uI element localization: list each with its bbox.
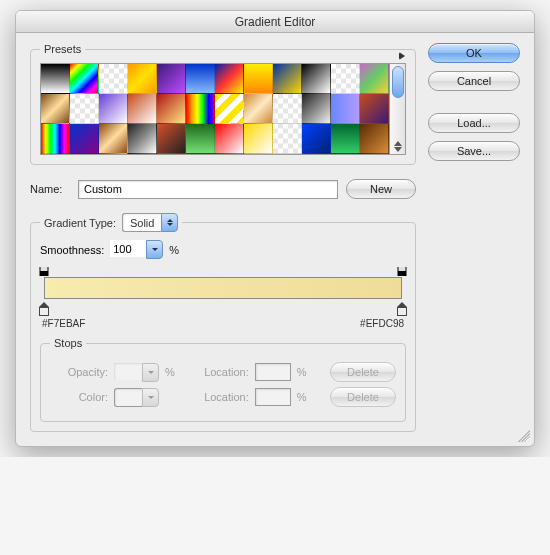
gradient-bar[interactable] (44, 277, 402, 299)
preset-swatch[interactable] (186, 64, 215, 94)
gradient-editor-window: Gradient Editor Presets (15, 10, 535, 447)
color-input-wrap (114, 388, 159, 407)
location2-input (255, 388, 291, 406)
save-button[interactable]: Save... (428, 141, 520, 161)
color-label: Color: (50, 391, 108, 403)
preset-swatch[interactable] (41, 94, 70, 124)
preset-swatch[interactable] (360, 94, 389, 124)
preset-swatch[interactable] (157, 124, 186, 154)
preset-swatch[interactable] (128, 124, 157, 154)
gradient-type-fieldset: Gradient Type: Solid Smoothness: (30, 213, 416, 432)
preset-swatch[interactable] (273, 64, 302, 94)
smoothness-input-wrap[interactable] (110, 240, 163, 259)
left-hex-label: #F7EBAF (42, 318, 85, 329)
preset-swatch[interactable] (128, 94, 157, 124)
opacity-label: Opacity: (50, 366, 108, 378)
color-stop-track[interactable] (44, 300, 402, 316)
preset-swatch[interactable] (157, 64, 186, 94)
window-title: Gradient Editor (235, 15, 316, 29)
location1-input (255, 363, 291, 381)
presets-fieldset: Presets (30, 43, 416, 165)
color-stop-right[interactable] (397, 303, 407, 316)
opacity-stop-right[interactable] (398, 267, 407, 276)
presets-grid[interactable] (40, 63, 390, 155)
gradient-type-value: Solid (122, 213, 161, 232)
scroll-down-icon[interactable] (394, 147, 402, 152)
preset-swatch[interactable] (331, 64, 360, 94)
opacity-input-wrap (114, 363, 159, 382)
preset-swatch[interactable] (157, 94, 186, 124)
smoothness-dropdown-icon[interactable] (146, 240, 163, 259)
scroll-thumb[interactable] (392, 66, 404, 98)
opacity-stop-track[interactable] (44, 267, 402, 277)
preset-swatch[interactable] (70, 94, 99, 124)
presets-flyout-icon[interactable] (399, 52, 405, 60)
preset-swatch[interactable] (244, 94, 273, 124)
preset-swatch[interactable] (215, 64, 244, 94)
right-hex-label: #EFDC98 (360, 318, 404, 329)
location1-label: Location: (191, 366, 249, 378)
name-label: Name: (30, 183, 70, 195)
stepper-icon (161, 213, 178, 232)
preset-swatch[interactable] (70, 124, 99, 154)
preset-swatch[interactable] (302, 64, 331, 94)
stops-fieldset: Stops Opacity: % Location: % Delete (40, 337, 406, 422)
preset-swatch[interactable] (215, 94, 244, 124)
preset-swatch[interactable] (273, 94, 302, 124)
preset-swatch[interactable] (302, 94, 331, 124)
preset-swatch[interactable] (99, 94, 128, 124)
name-input[interactable] (78, 180, 338, 199)
opacity-dropdown-icon (142, 363, 159, 382)
preset-swatch[interactable] (186, 94, 215, 124)
gradient-type-select[interactable]: Solid (122, 213, 178, 232)
smoothness-input[interactable] (110, 240, 146, 257)
preset-swatch[interactable] (331, 94, 360, 124)
location2-label: Location: (191, 391, 249, 403)
preset-swatch[interactable] (99, 64, 128, 94)
delete-color-stop-button: Delete (330, 387, 396, 407)
preset-swatch[interactable] (244, 124, 273, 154)
delete-opacity-stop-button: Delete (330, 362, 396, 382)
smoothness-unit: % (169, 244, 179, 256)
preset-swatch[interactable] (360, 64, 389, 94)
stops-legend: Stops (50, 337, 86, 349)
preset-swatch[interactable] (360, 124, 389, 154)
preset-swatch[interactable] (331, 124, 360, 154)
gradient-type-label: Gradient Type: (44, 217, 116, 229)
preset-swatch[interactable] (273, 124, 302, 154)
color-stop-left[interactable] (39, 303, 49, 316)
new-button[interactable]: New (346, 179, 416, 199)
preset-swatch[interactable] (99, 124, 128, 154)
cancel-button[interactable]: Cancel (428, 71, 520, 91)
color-dropdown-icon (142, 388, 159, 407)
opacity-input (114, 363, 142, 380)
location1-unit: % (297, 366, 307, 378)
load-button[interactable]: Load... (428, 113, 520, 133)
preset-swatch[interactable] (70, 64, 99, 94)
opacity-stop-left[interactable] (40, 267, 49, 276)
presets-legend: Presets (40, 43, 85, 55)
opacity-unit: % (165, 366, 175, 378)
preset-swatch[interactable] (128, 64, 157, 94)
preset-swatch[interactable] (41, 64, 70, 94)
preset-swatch[interactable] (244, 64, 273, 94)
presets-scrollbar[interactable] (390, 63, 406, 155)
scroll-up-icon[interactable] (394, 141, 402, 146)
location2-unit: % (297, 391, 307, 403)
preset-swatch[interactable] (215, 124, 244, 154)
ok-button[interactable]: OK (428, 43, 520, 63)
preset-swatch[interactable] (186, 124, 215, 154)
resize-grip-icon[interactable] (518, 430, 530, 442)
gradient-type-legend-row: Gradient Type: Solid (40, 213, 182, 232)
preset-swatch[interactable] (41, 124, 70, 154)
smoothness-label: Smoothness: (40, 244, 104, 256)
gradient-bar-area: #F7EBAF #EFDC98 (40, 267, 406, 329)
window-titlebar[interactable]: Gradient Editor (16, 11, 534, 33)
preset-swatch[interactable] (302, 124, 331, 154)
